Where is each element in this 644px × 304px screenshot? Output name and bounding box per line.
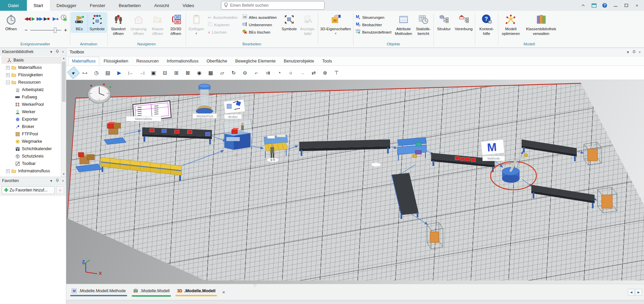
steuerungen-button[interactable]: M Steuerungen	[354, 14, 393, 21]
scene-source-station[interactable]	[104, 122, 126, 144]
tab-debugger[interactable]: Debugger	[50, 0, 83, 11]
klassenbibliothek-verwalten-button[interactable]: Klassenbibliothek verwalten	[523, 12, 560, 37]
tab-datei[interactable]: Datei	[0, 0, 27, 11]
toolbox-pin-icon[interactable]	[633, 50, 636, 54]
toolbox-icon-routing[interactable]: ⊤	[332, 68, 341, 77]
scene-arbeitsplatz-worker[interactable]	[264, 134, 288, 162]
kontexthilfe-button[interactable]: ? Kontext-hilfe	[476, 12, 497, 37]
remove-favorite-button[interactable]: ×	[56, 186, 64, 194]
slider-minus[interactable]: −	[25, 27, 28, 33]
3d-eigenschaften-dropdown-caret[interactable]: ▼	[334, 32, 337, 35]
scene-broker-card[interactable]: Broker	[224, 99, 245, 119]
scroll-down-icon[interactable]: ▼	[61, 172, 66, 177]
vererbung-button[interactable]: Vererbung	[453, 12, 474, 33]
toolbox-icon-conveyor[interactable]: ⊖	[240, 68, 250, 77]
toolbox-close-icon[interactable]: ×	[639, 50, 641, 54]
debug-button[interactable]: ▶✳	[53, 16, 59, 21]
toolbox-tab-tools[interactable]: Tools	[318, 57, 336, 66]
tree-item-materialfluss[interactable]: + Materialfluss	[1, 64, 66, 71]
tree-item-schichtkalender[interactable]: Schichtkalender	[1, 145, 66, 153]
beobachter-button[interactable]: M Beobachter	[354, 21, 393, 29]
modell-optimieren-button[interactable]: Modell optimieren	[499, 12, 523, 37]
scene-werkerpool[interactable]: WerkerPool	[193, 84, 217, 118]
toolbox-icon-station[interactable]: ▣	[149, 68, 158, 77]
scene-source-station-2[interactable]	[76, 153, 102, 172]
toolbox-tab-oberflaeche[interactable]: Oberfläche	[203, 57, 231, 66]
kopieren-button[interactable]: Kopieren	[206, 21, 239, 29]
maximize-button[interactable]	[622, 2, 630, 9]
tree-item-fussweg[interactable]: Fußweg	[1, 93, 66, 101]
class-library-scrollbar[interactable]: ▲ ▼	[61, 56, 66, 177]
scene-singleproc-machine[interactable]: ↺	[223, 119, 253, 158]
slider-plus[interactable]: +	[64, 27, 67, 33]
ausschneiden-button[interactable]: ✂ Ausschneiden	[206, 14, 239, 21]
toolbox-icon-source[interactable]: |→	[126, 68, 135, 77]
scene-conveyor-bottom-right[interactable]	[531, 185, 595, 208]
ursprung-oeffnen-button[interactable]: Ursprung öffnen	[128, 12, 149, 37]
symbole-toggle-button[interactable]: Symbole	[88, 12, 107, 33]
doc-nav-next[interactable]: ▶	[635, 289, 642, 296]
collapse-ribbon-icon[interactable]	[579, 2, 587, 9]
scrollbar-thumb[interactable]	[62, 61, 66, 102]
scene-buffer-conveyor[interactable]	[142, 127, 212, 144]
favorites-pin-icon[interactable]	[56, 179, 59, 183]
fast-forward-button[interactable]: ▶▶	[37, 16, 42, 21]
scroll-up-icon[interactable]: ▲	[61, 56, 66, 61]
toolbox-icon-flowcontrol[interactable]: ⊛	[320, 68, 330, 77]
tree-item-ftfpool[interactable]: FTFPool	[1, 130, 66, 138]
benutzerdefiniert-button[interactable]: Benutzerdefiniert	[354, 29, 393, 36]
symbole-bearbeiten-button[interactable]: Symbole	[280, 12, 298, 33]
doc-tab-modell-3d[interactable]: 3D .Modelle.Modell	[176, 288, 217, 296]
help-icon[interactable]: ?	[601, 2, 608, 9]
scene-eventcontroller-clock[interactable]	[88, 83, 111, 103]
minimize-button[interactable]	[612, 2, 619, 9]
attribute-methoden-button[interactable]: Attribute Methoden	[393, 12, 414, 37]
tree-item-broker[interactable]: Broker	[1, 123, 66, 130]
tree-item-schutzkreis[interactable]: Schutzkreis	[1, 153, 66, 160]
tab-start[interactable]: Start	[27, 0, 50, 11]
bes-toggle-button[interactable]: BEs	[71, 12, 88, 33]
toolbox-icon-cornerconveyor[interactable]: ⌐	[252, 68, 261, 77]
einfuegen-button[interactable]: Einfügen ▼	[187, 12, 206, 36]
scene-conveyor-with-parts[interactable]	[431, 153, 495, 172]
add-to-favorites-button[interactable]: ✚ Zu Favoriten hinzuf...	[2, 186, 55, 194]
tree-item-exporter[interactable]: Exporter	[1, 116, 66, 123]
scene-method-logo[interactable]: M Methode	[481, 139, 505, 161]
alles-auswaehlen-button[interactable]: AB Alles auswählen	[241, 14, 278, 21]
3d-eigenschaften-button[interactable]: 3D 3D-Eigenschaften ▼	[319, 12, 352, 36]
speed-slider[interactable]: − +	[23, 25, 69, 33]
toolbox-icon-transporter[interactable]: →	[298, 68, 307, 77]
standort-oeffnen-button[interactable]: Standort öffnen	[108, 12, 128, 37]
toolbox-icon-track[interactable]: ⇉	[263, 68, 272, 77]
umbenennen-button[interactable]: Umbenennen	[241, 21, 278, 29]
toolbox-icon-cursor[interactable]: ►	[67, 66, 80, 79]
command-search-input[interactable]	[230, 3, 321, 8]
reset-button[interactable]: ◀◀	[25, 16, 30, 21]
toolbox-icon-turnplate[interactable]: ○	[286, 68, 295, 77]
expander-plus-icon[interactable]: +	[6, 66, 10, 70]
toolbox-icon-line[interactable]: ▱	[218, 68, 227, 77]
favorites-close-icon[interactable]: ×	[62, 179, 64, 183]
statistikbericht-button[interactable]: Statistik-bericht	[414, 12, 433, 37]
toolbox-tab-materialfluss[interactable]: Materialfluss	[68, 57, 99, 66]
struktur-button[interactable]: Struktur	[434, 12, 453, 33]
slider-thumb[interactable]	[54, 28, 56, 33]
scene-long-conveyor[interactable]	[299, 139, 390, 156]
step-button[interactable]: ▶■	[44, 16, 50, 21]
toolbox-icon-placebuffer[interactable]: ▦	[206, 68, 215, 77]
favorites-dropdown-icon[interactable]: ▼	[49, 179, 53, 183]
toolbox-icon-drain[interactable]: →|	[138, 68, 147, 77]
toolbox-icon-frame[interactable]: ▤	[103, 68, 112, 77]
loeschen-button[interactable]: × Löschen	[206, 29, 239, 36]
command-search-box[interactable]	[221, 1, 325, 10]
scene-yellow-conveyor[interactable]	[101, 157, 182, 181]
scene-container-bottom[interactable]	[427, 222, 443, 249]
tab-video[interactable]: Video	[176, 0, 201, 11]
doc-tab-close-icon[interactable]: ×	[222, 289, 225, 295]
class-library-dropdown-icon[interactable]: ▼	[49, 50, 53, 54]
class-library-close-icon[interactable]: ×	[62, 50, 64, 54]
toolbox-tab-ressourcen[interactable]: Ressourcen	[132, 57, 162, 66]
tree-item-werkerpool[interactable]: WerkerPool	[1, 101, 66, 108]
toolbox-icon-transferstation[interactable]: ⇄	[309, 68, 318, 77]
toolbox-dropdown-icon[interactable]: ▼	[626, 50, 630, 54]
